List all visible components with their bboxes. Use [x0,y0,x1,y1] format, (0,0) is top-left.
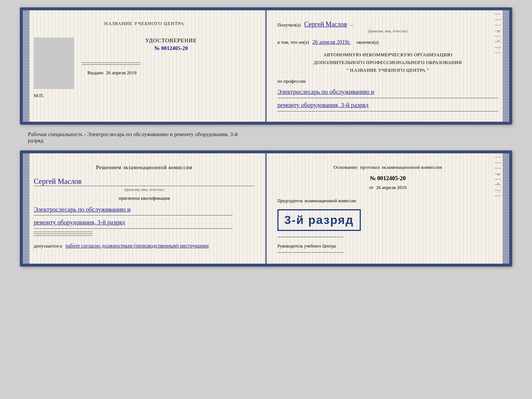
cert1-fio-label: (фамилия, имя, отчество) [277,29,498,33]
cert1-recipient-name: Сергей Маслов [304,21,347,28]
cert2-руков-label: Руководитель учебного Центра [277,243,498,249]
cert2-qualification-text2: ремонту оборудования, 3-й разряд [34,217,255,228]
side-text-chevron: ← [497,47,501,51]
cert2-qualification-text: Электрослесарь по обслуживанию и [34,204,255,215]
cert2-допуск-line: допускается к работе согласно должностны… [34,243,255,249]
side-text-a: а [497,40,501,42]
photo-placeholder [34,38,74,89]
cert1-received-label: Получил(а) [277,22,301,28]
side-text-chevron-2: ← [497,190,501,194]
cert1-doc-number: № 0012405-20 [82,45,255,51]
cert1-school-title: НАЗВАНИЕ УЧЕБНОГО ЦЕНТРА [34,21,255,26]
cert2-fio-label: (фамилия, имя, отчество) [34,188,255,192]
cert1-right-panel: Получил(а) Сергей Маслов – (фамилия, имя… [266,10,509,122]
specialty-label-wrapper: Рабочая специальность - Электрослесарь п… [7,131,238,144]
cert1-date-line: в том, что он(а) 26 апреля 2019г. окончи… [277,39,498,45]
cert2-date: 26 апреля 2019 [376,185,407,190]
cert1-org-line1: АВТОНОМНУЮ НЕКОММЕРЧЕСКУЮ ОРГАНИЗАЦИЮ [277,51,498,59]
cert1-mp: М.П. [34,93,255,99]
cert2-right-panel: Основание: протокол экзаменационной коми… [266,153,509,264]
cert1-profession-text: Электрослесарь по обслуживанию и [277,86,498,98]
cert1-org-block: АВТОНОМНУЮ НЕКОММЕРЧЕСКУЮ ОРГАНИЗАЦИЮ ДО… [277,51,498,74]
cert1-date-completed: 26 апреля 2019г. [312,39,351,45]
cert2-stamp-box: 3-й разряд [277,209,361,231]
cert2-допуск-prefix: допускается к [34,243,62,249]
right-stripe-2 [503,153,509,264]
cert2-protocol-number: № 0012405-20 [277,175,498,182]
cert1-finished-label: окончил(а) [356,39,378,45]
cert1-org-line3: " НАЗВАНИЕ УЧЕБНОГО ЦЕНТРА " [277,67,498,74]
specialty-label: Рабочая специальность - Электрослесарь п… [28,131,238,138]
cert2-qualification-label: присвоена квалификация [34,195,255,201]
cert2-stamp-text: 3-й разряд [284,213,354,227]
specialty-label2: разряд [28,138,238,144]
cert2-osnov-label: Основание: протокол экзаменационной коми… [277,164,498,171]
cert1-issued-label: Выдано [87,70,103,75]
side-text-a-2: а [497,183,501,185]
cert2-chairman-label: Председатель экзаменационной комиссии [277,198,498,204]
cert1-profession-label: по профессии [277,78,498,84]
cert1-doc-type: УДОСТОВЕРЕНИЕ [82,38,255,44]
cert1-issued-line: Выдано 26 апреля 2019 [82,70,255,76]
cert1-left-panel: НАЗВАНИЕ УЧЕБНОГО ЦЕНТРА УДОСТОВЕРЕНИЕ №… [23,10,266,122]
certificate-card-2: Решением экзаменационной комиссии Сергей… [20,150,512,267]
page-wrapper: НАЗВАНИЕ УЧЕБНОГО ЦЕНТРА УДОСТОВЕРЕНИЕ №… [7,7,525,267]
cert2-person-name: Сергей Маслов [34,177,255,186]
cert1-recipient-line: Получил(а) Сергей Маслов – (фамилия, имя… [277,21,498,33]
cert1-org-line2: ДОПОЛНИТЕЛЬНОГО ПРОФЕССИОНАЛЬНОГО ОБРАЗО… [277,59,498,67]
side-text-и: и [497,31,501,33]
cert1-profession-text2: ремонту оборудования, 3-й разряд [277,100,498,111]
cert2-protocol-date: от 26 апреля 2019 [277,185,498,190]
cert2-допуск-text: работе согласно должностным (производств… [65,243,209,249]
cert2-date-prefix: от [369,185,373,190]
side-text-и-2: и [497,174,501,176]
cert1-in-that-label: в том, что он(а) [277,39,309,45]
cert2-commission-title: Решением экзаменационной комиссии [34,164,255,171]
cert1-issued-date: 26 апреля 2019 [106,70,137,75]
right-stripe-1 [503,10,509,122]
cert2-left-panel: Решением экзаменационной комиссии Сергей… [23,153,266,264]
certificate-card-1: НАЗВАНИЕ УЧЕБНОГО ЦЕНТРА УДОСТОВЕРЕНИЕ №… [20,7,512,125]
